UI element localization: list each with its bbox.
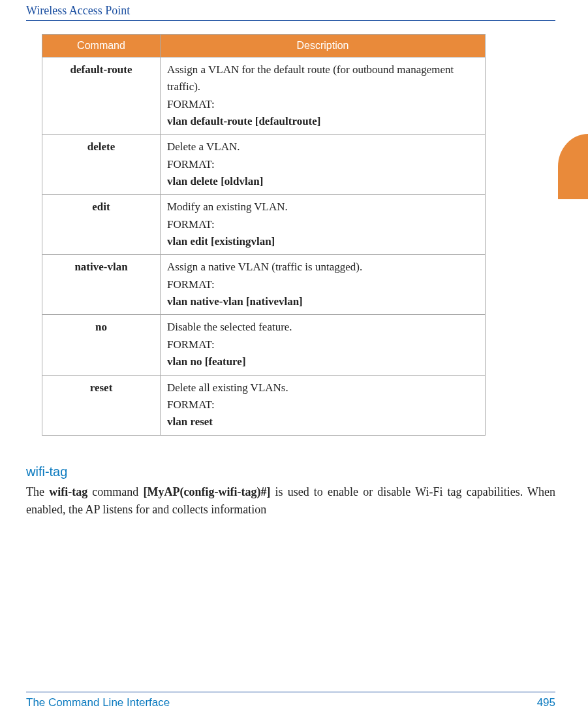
- page-footer: The Command Line Interface 495: [26, 692, 555, 709]
- description-text: Assign a VLAN for the default route (for…: [167, 61, 478, 96]
- table-row: reset Delete all existing VLANs. FORMAT:…: [42, 375, 486, 435]
- command-cell: default-route: [42, 57, 161, 135]
- table-row: edit Modify an existing VLAN. FORMAT: vl…: [42, 195, 486, 255]
- description-cell: Assign a native VLAN (traffic is untagge…: [161, 255, 486, 315]
- table-row: no Disable the selected feature. FORMAT:…: [42, 315, 486, 375]
- command-table: Command Description default-route Assign…: [42, 34, 486, 436]
- command-cell: native-vlan: [42, 255, 161, 315]
- para-bold-prompt: [MyAP(config-wifi-tag)#]: [143, 485, 270, 498]
- para-text: command: [87, 485, 143, 498]
- format-code: vlan edit [existingvlan]: [167, 233, 478, 250]
- format-code: vlan default-route [defaultroute]: [167, 113, 478, 130]
- description-text: Delete all existing VLANs.: [167, 379, 478, 396]
- description-text: Disable the selected feature.: [167, 319, 478, 336]
- footer-page-number: 495: [537, 696, 555, 709]
- table-header-row: Command Description: [42, 35, 486, 57]
- section-paragraph: The wifi-tag command [MyAP(config-wifi-t…: [26, 483, 555, 520]
- para-text: The: [26, 485, 49, 498]
- description-cell: Delete all existing VLANs. FORMAT: vlan …: [161, 375, 486, 435]
- para-bold-command: wifi-tag: [49, 485, 87, 498]
- format-code: vlan delete [oldvlan]: [167, 173, 478, 190]
- command-cell: delete: [42, 135, 161, 195]
- page-header-title: Wireless Access Point: [26, 0, 555, 20]
- format-code: vlan reset: [167, 413, 478, 430]
- section-heading-wifi-tag: wifi-tag: [26, 464, 555, 479]
- command-cell: no: [42, 315, 161, 375]
- description-cell: Disable the selected feature. FORMAT: vl…: [161, 315, 486, 375]
- format-label: FORMAT:: [167, 96, 478, 113]
- format-label: FORMAT:: [167, 276, 478, 293]
- description-cell: Assign a VLAN for the default route (for…: [161, 57, 486, 135]
- format-code: vlan native-vlan [nativevlan]: [167, 293, 478, 310]
- footer-divider: [26, 692, 555, 692]
- table-header-description: Description: [161, 35, 486, 57]
- table-header-command: Command: [42, 35, 161, 57]
- format-label: FORMAT:: [167, 396, 478, 413]
- header-divider: [26, 20, 555, 21]
- page-side-tab: [558, 134, 588, 199]
- format-label: FORMAT:: [167, 336, 478, 353]
- format-label: FORMAT:: [167, 156, 478, 173]
- description-cell: Modify an existing VLAN. FORMAT: vlan ed…: [161, 195, 486, 255]
- format-label: FORMAT:: [167, 216, 478, 233]
- command-cell: edit: [42, 195, 161, 255]
- description-cell: Delete a VLAN. FORMAT: vlan delete [oldv…: [161, 135, 486, 195]
- table-row: native-vlan Assign a native VLAN (traffi…: [42, 255, 486, 315]
- table-row: delete Delete a VLAN. FORMAT: vlan delet…: [42, 135, 486, 195]
- command-cell: reset: [42, 375, 161, 435]
- format-code: vlan no [feature]: [167, 353, 478, 370]
- description-text: Modify an existing VLAN.: [167, 199, 478, 216]
- table-row: default-route Assign a VLAN for the defa…: [42, 57, 486, 135]
- description-text: Delete a VLAN.: [167, 138, 478, 155]
- description-text: Assign a native VLAN (traffic is untagge…: [167, 259, 478, 276]
- footer-left-text: The Command Line Interface: [26, 696, 170, 709]
